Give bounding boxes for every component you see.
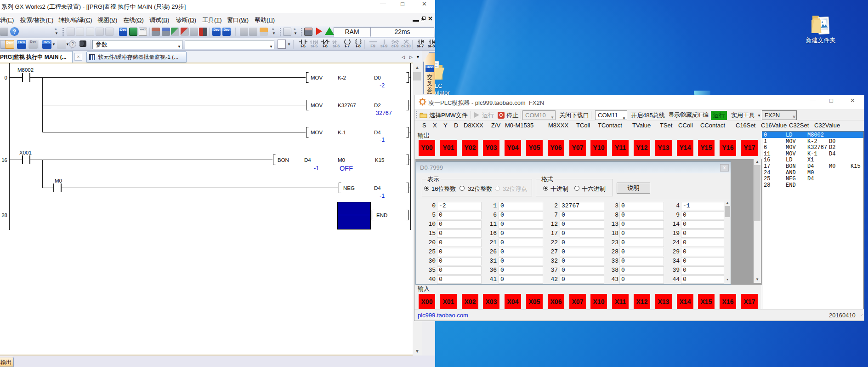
svg-text:28: 28: [1, 212, 7, 218]
svg-text:BON: BON: [278, 157, 289, 163]
svg-text:32767: 32767: [376, 110, 392, 116]
svg-text:MOV: MOV: [311, 75, 323, 80]
svg-text:M0: M0: [338, 157, 345, 163]
svg-text:MOV: MOV: [311, 130, 323, 135]
svg-text:D4: D4: [374, 185, 381, 191]
svg-text:-2: -2: [380, 82, 385, 89]
svg-text:K-1: K-1: [338, 130, 346, 135]
svg-text:X001: X001: [19, 150, 32, 155]
svg-text:0: 0: [5, 75, 7, 80]
svg-text:D4: D4: [304, 157, 311, 163]
svg-text:M8002: M8002: [17, 67, 34, 73]
svg-text:-1: -1: [380, 193, 385, 199]
svg-text:M0: M0: [55, 178, 62, 184]
svg-text:16: 16: [1, 157, 7, 163]
svg-text:NEG: NEG: [343, 185, 355, 191]
svg-text:D0: D0: [374, 75, 381, 80]
svg-text:K15: K15: [375, 157, 384, 163]
svg-text:MOV: MOV: [311, 103, 323, 108]
svg-text:OFF: OFF: [340, 165, 353, 172]
svg-text:D4: D4: [374, 130, 381, 135]
svg-text:K32767: K32767: [338, 103, 356, 108]
svg-text:-1: -1: [380, 137, 385, 143]
svg-text:K-2: K-2: [338, 75, 346, 80]
svg-text:END: END: [376, 212, 387, 218]
svg-text:D2: D2: [374, 103, 381, 108]
svg-text:-1: -1: [314, 165, 319, 172]
